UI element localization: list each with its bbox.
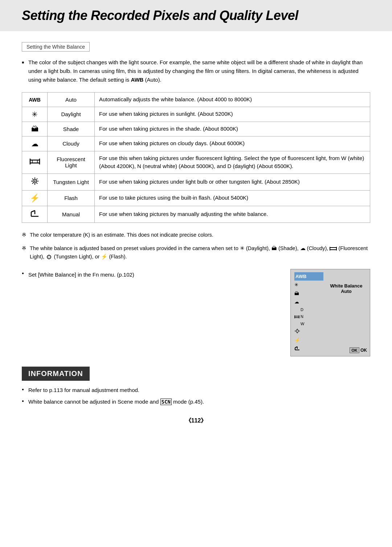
desc-cell: For use when taking pictures under light… — [95, 174, 370, 190]
fn-menu-text: Set [White Balance] in the Fn menu. (p.1… — [22, 269, 279, 279]
note-2: The white balance is adjusted based on p… — [22, 244, 370, 261]
intro-suffix: (Auto). — [143, 77, 161, 83]
breadcrumb: Setting the White Balance — [22, 42, 90, 52]
table-row: ☁ Cloudy For use when taking pictures on… — [22, 136, 370, 151]
note-2-end: (Tungsten Light), or ⚡ (Flash). — [54, 254, 127, 260]
camera-wb-label: White Balance — [326, 283, 366, 289]
page-number: 《112》 — [22, 417, 370, 425]
white-balance-table: AWB Auto Automatically adjusts the white… — [22, 92, 370, 223]
camera-menu-list: AWB ✳ 🏔 ☁ DNW ⚡ — [294, 272, 323, 353]
desc-cell: For use this when taking pictures under … — [95, 151, 370, 174]
table-row: Tungsten Light For use when taking pictu… — [22, 174, 370, 190]
intro-paragraph: The color of the subject changes with th… — [22, 58, 370, 84]
menu-item-manual — [294, 345, 323, 353]
table-row: ⚡ Flash For use to take pictures using t… — [22, 190, 370, 206]
menu-item-fluorescent: DNW — [294, 306, 323, 328]
info-text-1: Refer to p.113 for manual adjustment met… — [28, 387, 139, 393]
intro-bold: AWB — [131, 77, 143, 83]
icon-cell — [22, 174, 48, 190]
menu-item-daylight: ✳ — [294, 281, 323, 289]
awb-icon: AWB — [29, 97, 41, 103]
shade-icon: 🏔 — [31, 125, 38, 133]
camera-ui-info: White Balance Auto — [326, 272, 366, 294]
desc-cell: For use when taking pictures by manually… — [95, 206, 370, 223]
table-row: AWB Auto Automatically adjusts the white… — [22, 93, 370, 107]
menu-item-awb: AWB — [294, 272, 323, 281]
name-cell: Daylight — [48, 107, 95, 122]
svg-line-31 — [50, 255, 51, 256]
name-cell: Manual — [48, 206, 95, 223]
camera-wb-value: Auto — [326, 289, 366, 294]
icon-cell — [22, 206, 48, 223]
info-text-2-end: mode (p.45). — [172, 399, 204, 405]
ok-key-icon: OK — [350, 347, 359, 353]
svg-line-30 — [50, 258, 51, 258]
menu-item-cloudy: ☁ — [294, 298, 323, 306]
name-cell: FluorescentLight — [48, 151, 95, 174]
info-item-2: White balance cannot be adjusted in Scen… — [22, 397, 370, 406]
page-wrapper: Setting the Recorded Pixels and Quality … — [0, 0, 392, 547]
icon-cell — [22, 151, 48, 174]
scn-badge: SCN — [160, 399, 172, 405]
fn-menu-label: Set [White Balance] in the Fn menu. (p.1… — [28, 272, 134, 278]
icon-cell: AWB — [22, 93, 48, 107]
fn-menu-row: Set [White Balance] in the Fn menu. (p.1… — [22, 269, 370, 356]
name-cell: Tungsten Light — [48, 174, 95, 190]
menu-item-shade: 🏔 — [294, 289, 323, 298]
desc-cell: Automatically adjusts the white balance.… — [95, 93, 370, 107]
note-1-text: The color temperature (K) is an estimate… — [30, 232, 213, 238]
table-row: FluorescentLight For use this when takin… — [22, 151, 370, 174]
svg-line-29 — [48, 255, 48, 256]
table-row: ✳ Daylight For use when taking pictures … — [22, 107, 370, 122]
note-1: The color temperature (K) is an estimate… — [22, 231, 370, 239]
name-cell: Shade — [48, 122, 95, 136]
icon-cell: ⚡ — [22, 190, 48, 206]
tungsten-icon — [29, 177, 40, 185]
note-2-text: The white balance is adjusted based on p… — [30, 245, 330, 251]
svg-line-32 — [48, 258, 48, 258]
info-text-2: White balance cannot be adjusted in Scen… — [28, 399, 160, 405]
camera-ui-mockup: AWB ✳ 🏔 ☁ DNW ⚡ — [290, 269, 370, 356]
icon-cell: ✳ — [22, 107, 48, 122]
icon-cell: 🏔 — [22, 122, 48, 136]
table-row: Manual For use when taking pictures by m… — [22, 206, 370, 223]
name-cell: Auto — [48, 93, 95, 107]
svg-line-14 — [32, 183, 33, 183]
table-row: 🏔 Shade For use when taking pictures in … — [22, 122, 370, 136]
name-cell: Cloudy — [48, 136, 95, 151]
flash-icon: ⚡ — [30, 193, 40, 203]
svg-point-37 — [296, 330, 299, 332]
page-title: Setting the Recorded Pixels and Quality … — [22, 8, 370, 23]
svg-line-13 — [36, 178, 37, 179]
desc-cell: For use when taking pictures in sunlight… — [95, 107, 370, 122]
daylight-icon: ✳ — [32, 110, 38, 118]
camera-ui-inner: AWB ✳ 🏔 ☁ DNW ⚡ — [294, 272, 366, 353]
desc-cell: For use when taking pictures on cloudy d… — [95, 136, 370, 151]
information-heading: INFORMATION — [22, 367, 90, 381]
fluorescent-note-icon — [330, 246, 337, 252]
svg-line-12 — [36, 183, 37, 183]
icon-cell: ☁ — [22, 136, 48, 151]
svg-line-11 — [32, 178, 33, 179]
intro-text: The color of the subject changes with th… — [28, 59, 363, 83]
name-cell: Flash — [48, 190, 95, 206]
fluorescent-icon — [29, 157, 40, 166]
tungsten-note-icon — [46, 254, 52, 260]
menu-item-tungsten — [294, 328, 323, 336]
cloudy-icon: ☁ — [31, 140, 38, 148]
svg-point-24 — [48, 256, 50, 258]
svg-line-18 — [31, 211, 35, 212]
menu-item-flash: ⚡ — [294, 336, 323, 344]
ok-button-area: OK OK — [350, 347, 367, 353]
manual-icon — [30, 209, 40, 218]
ok-label: OK — [360, 348, 367, 353]
svg-point-15 — [34, 180, 36, 182]
desc-cell: For use to take pictures using the built… — [95, 190, 370, 206]
page-header: Setting the Recorded Pixels and Quality … — [0, 0, 392, 31]
desc-cell: For use when taking pictures in the shad… — [95, 122, 370, 136]
info-item-1: Refer to p.113 for manual adjustment met… — [22, 386, 370, 395]
